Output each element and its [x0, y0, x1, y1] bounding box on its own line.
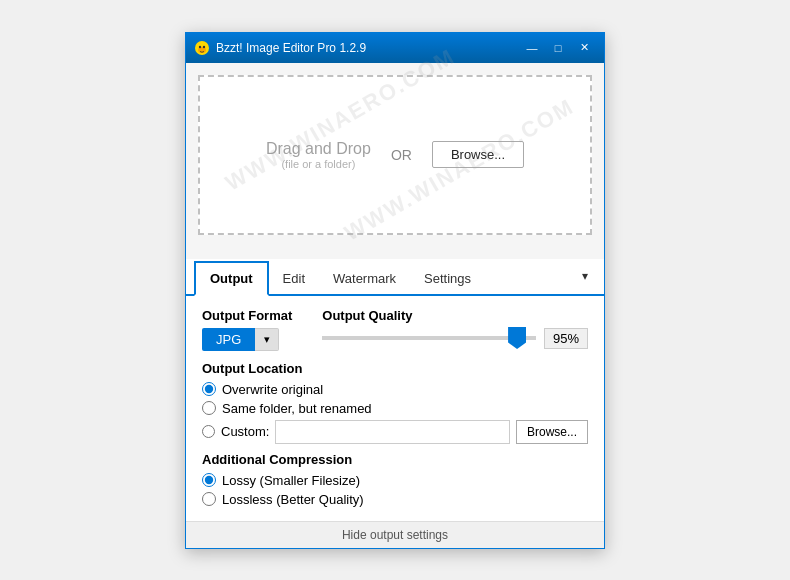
main-content: WWW.WINAERO.COM WWW.WINAERO.COM Drag and… [186, 63, 604, 259]
location-renamed-radio[interactable] [202, 401, 216, 415]
compression-lossy-row: Lossy (Smaller Filesize) [202, 473, 588, 488]
location-renamed-row: Same folder, but renamed [202, 401, 588, 416]
tab-more-button[interactable]: ▾ [574, 263, 596, 289]
compression-lossless-row: Lossless (Better Quality) [202, 492, 588, 507]
watermark-2: WWW.WINAERO.COM [340, 93, 579, 246]
compression-lossless-radio[interactable] [202, 492, 216, 506]
compression-label: Additional Compression [202, 452, 588, 467]
custom-browse-button[interactable]: Browse... [516, 420, 588, 444]
location-renamed-label: Same folder, but renamed [222, 401, 372, 416]
format-group: Output Format JPG ▾ [202, 308, 292, 351]
minimize-button[interactable]: — [520, 39, 544, 57]
compression-lossy-label: Lossy (Smaller Filesize) [222, 473, 360, 488]
format-toggle-button[interactable]: ▾ [255, 328, 279, 351]
format-quality-row: Output Format JPG ▾ Output Quality 95% [202, 308, 588, 351]
custom-path-input[interactable] [275, 420, 510, 444]
location-label: Output Location [202, 361, 588, 376]
location-overwrite-row: Overwrite original [202, 382, 588, 397]
window-controls: — □ ✕ [520, 39, 596, 57]
browse-button[interactable]: Browse... [432, 141, 524, 168]
drop-zone-inner: Drag and Drop (file or a folder) OR Brow… [266, 140, 524, 170]
compression-lossless-label: Lossless (Better Quality) [222, 492, 364, 507]
quality-slider[interactable] [322, 336, 536, 340]
quality-label: Output Quality [322, 308, 588, 323]
tab-watermark[interactable]: Watermark [319, 263, 410, 294]
location-custom-label: Custom: [221, 424, 269, 439]
main-window: Bzzt! Image Editor Pro 1.2.9 — □ ✕ WWW.W… [185, 32, 605, 549]
quality-slider-row: 95% [322, 328, 588, 349]
location-custom-row: Custom: Browse... [202, 420, 588, 444]
tab-output[interactable]: Output [194, 261, 269, 296]
format-label: Output Format [202, 308, 292, 323]
quality-group: Output Quality 95% [322, 308, 588, 349]
tab-bar: Output Edit Watermark Settings ▾ [186, 259, 604, 296]
close-button[interactable]: ✕ [572, 39, 596, 57]
compression-lossy-radio[interactable] [202, 473, 216, 487]
drop-text-group: Drag and Drop (file or a folder) [266, 140, 371, 170]
location-section: Output Location Overwrite original Same … [202, 361, 588, 444]
location-overwrite-radio[interactable] [202, 382, 216, 396]
window-title: Bzzt! Image Editor Pro 1.2.9 [216, 41, 520, 55]
location-custom-radio[interactable] [202, 425, 215, 438]
quality-value: 95% [544, 328, 588, 349]
watermark-1: WWW.WINAERO.COM [221, 43, 460, 196]
or-label: OR [391, 147, 412, 163]
title-bar: Bzzt! Image Editor Pro 1.2.9 — □ ✕ [186, 33, 604, 63]
hide-settings-bar[interactable]: Hide output settings [186, 521, 604, 548]
drop-zone[interactable]: WWW.WINAERO.COM WWW.WINAERO.COM Drag and… [198, 75, 592, 235]
tab-settings[interactable]: Settings [410, 263, 485, 294]
svg-point-3 [203, 45, 205, 47]
tab-edit[interactable]: Edit [269, 263, 319, 294]
location-overwrite-label: Overwrite original [222, 382, 323, 397]
output-tab-content: Output Format JPG ▾ Output Quality 95% O… [186, 296, 604, 517]
drag-drop-sub: (file or a folder) [266, 158, 371, 170]
format-buttons: JPG ▾ [202, 328, 292, 351]
svg-point-2 [199, 45, 201, 47]
maximize-button[interactable]: □ [546, 39, 570, 57]
format-jpg-button[interactable]: JPG [202, 328, 255, 351]
compression-section: Additional Compression Lossy (Smaller Fi… [202, 452, 588, 507]
app-icon [194, 40, 210, 56]
drag-drop-text: Drag and Drop [266, 140, 371, 158]
